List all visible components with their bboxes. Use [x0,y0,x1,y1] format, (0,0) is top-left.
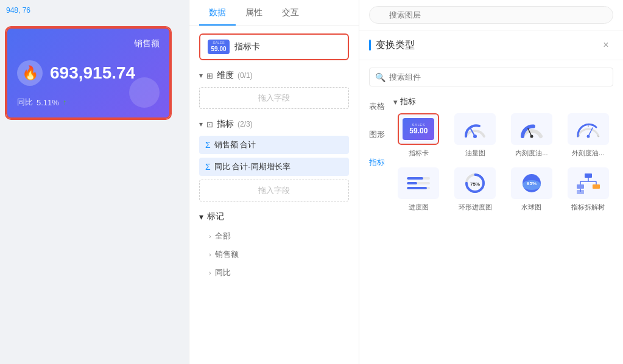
chart-name-inner-gauge: 内刻度油... [515,149,547,158]
svg-rect-22 [593,184,600,189]
progress-fill-2 [407,182,417,184]
chart-item-progress[interactable]: 进度图 [393,167,444,212]
tab-data[interactable]: 数据 [199,0,236,26]
chart-grid-row1: SALES 59.00 指标卡 [393,113,613,158]
chart-item-outer-gauge[interactable]: 外刻度油... [563,113,613,158]
label-indicator: 指标 [400,96,416,107]
yoy-value: 5.11% [37,98,59,107]
avatar-placeholder [129,77,160,108]
data-panel: 数据 属性 交互 SALES 59.00 指标卡 ▾ ⊞ 维度 (0/1) 拖入… [189,0,359,364]
tab-interact[interactable]: 交互 [272,0,309,26]
field-tag-yoy[interactable]: Σ 同比 合计-同期增长率 [199,158,349,176]
dimension-section: ▾ ⊞ 维度 (0/1) 拖入字段 [199,70,349,109]
dimension-count: (0/1) [238,71,253,80]
panel-content: SALES 59.00 指标卡 ▾ ⊞ 维度 (0/1) 拖入字段 ▾ ⊡ 指标… [189,26,359,364]
mark-sub-yoy[interactable]: › 同比 [199,264,349,282]
chart-item-tree-decompose[interactable]: 指标拆解树 [563,167,613,212]
transform-title: 变换类型 [376,39,415,52]
sigma-icon-2: Σ [205,162,211,172]
water-ball-svg: 65% [520,172,543,195]
transform-panel: 🔍 变换类型 × 🔍 表格 图形 指标 [359,0,623,364]
mark-sub-label-yoy: 同比 [215,267,231,278]
mark-sub-chevron-sales: › [209,251,211,258]
side-nav-indicator[interactable]: 指标 [369,155,393,170]
measure-section: ▾ ⊡ 指标 (2/3) Σ 销售额 合计 Σ 同比 合计-同期增长率 拖入字段 [199,119,349,201]
dimension-icon: ⊞ [206,71,213,80]
mark-sub-label-all: 全部 [215,231,231,242]
chart-item-ring-progress[interactable]: 75% 环形进度图 [450,167,501,212]
tree-svg [574,172,602,194]
search-component-icon: 🔍 [375,72,385,82]
dimension-drop-field[interactable]: 拖入字段 [199,87,349,109]
mark-header[interactable]: ▾ 标记 [199,211,349,222]
mark-sub-chevron-yoy: › [209,269,211,276]
dimension-chevron: ▾ [199,71,203,80]
progress-icon-inner [404,172,432,194]
card-type-selector[interactable]: SALES 59.00 指标卡 [199,33,349,60]
inner-gauge-svg [518,118,546,140]
chart-name-water-ball: 水球图 [521,203,541,212]
measure-count: (2/3) [238,120,253,128]
yoy-trend: ↑ [63,98,66,107]
close-button[interactable]: × [599,38,613,52]
search-layer-input[interactable] [369,6,613,24]
yoy-label: 同比 [17,97,33,108]
field-label-sales: 销售额 合计 [214,139,256,150]
measure-header[interactable]: ▾ ⊡ 指标 (2/3) [199,119,349,130]
chart-item-water-ball[interactable]: 65% 水球图 [507,167,557,212]
dimension-header[interactable]: ▾ ⊞ 维度 (0/1) [199,70,349,81]
chart-item-fuel-gauge[interactable]: 油量图 [450,113,501,158]
transform-body: 🔍 表格 图形 指标 ▾ 指标 [359,60,623,364]
search-layer-wrap: 🔍 [369,6,613,24]
progress-fill-3 [407,187,426,189]
tab-bar: 数据 属性 交互 [189,0,359,26]
mark-sub-chevron-all: › [209,233,211,240]
measure-icon: ⊡ [206,120,213,129]
metric-value: 693,915.74 [50,63,135,83]
measure-drop-field[interactable]: 拖入字段 [199,180,349,201]
search-component-input[interactable] [369,68,613,86]
chart-item-metric-card[interactable]: SALES 59.00 指标卡 [393,113,444,158]
progress-bar-1 [407,177,430,180]
chart-name-metric-card: 指标卡 [409,149,429,158]
chart-name-outer-gauge: 外刻度油... [572,149,604,158]
metric-card-title: 销售额 [17,38,160,49]
chevron-indicator: ▾ [393,97,398,107]
outer-gauge-icon-wrap [568,113,609,145]
fire-icon: 🔥 [17,60,43,86]
outer-gauge-svg [574,118,602,140]
card-selector-label: 指标卡 [234,41,260,52]
progress-fill-1 [407,177,423,180]
chart-name-fuel-gauge: 油量图 [465,149,485,158]
mark-section: ▾ 标记 › 全部 › 销售额 › 同比 [199,211,349,282]
chart-name-tree-decompose: 指标拆解树 [571,203,605,212]
ring-progress-icon-wrap: 75% [454,167,496,199]
svg-rect-15 [585,173,592,178]
svg-text:65%: 65% [527,181,537,186]
side-nav-chart[interactable]: 图形 [369,127,393,142]
mark-chevron: ▾ [199,212,203,222]
measure-label: 指标 [217,119,234,130]
transform-content-area: 表格 图形 指标 ▾ 指标 SALES [369,96,613,222]
metric-card-preview[interactable]: 销售额 🔥 693,915.74 同比 5.11% ↑ [6,27,171,119]
side-nav: 表格 图形 指标 [369,96,393,222]
card-selector-icon: SALES 59.00 [208,40,230,54]
tab-attr[interactable]: 属性 [236,0,272,26]
chart-grid-row2: 进度图 75% 环形进度图 [393,167,613,212]
side-nav-table[interactable]: 表格 [369,99,393,114]
inner-gauge-icon-wrap [511,113,552,145]
mini-metric-card: SALES 59.00 [403,118,434,140]
search-component-wrap: 🔍 [369,68,613,86]
svg-rect-24 [577,190,584,194]
transform-header: 变换类型 × [359,30,623,60]
search-layer-bar: 🔍 [359,0,623,30]
chart-item-inner-gauge[interactable]: 内刻度油... [507,113,557,158]
mark-sub-sales[interactable]: › 销售额 [199,245,349,264]
mark-sub-label-sales: 销售额 [215,249,239,260]
field-tag-sales[interactable]: Σ 销售额 合计 [199,136,349,154]
sigma-icon-1: Σ [205,140,211,150]
progress-icon-wrap [398,167,439,199]
mark-sub-all[interactable]: › 全部 [199,227,349,245]
title-accent [369,40,371,51]
progress-bar-3 [407,187,430,189]
